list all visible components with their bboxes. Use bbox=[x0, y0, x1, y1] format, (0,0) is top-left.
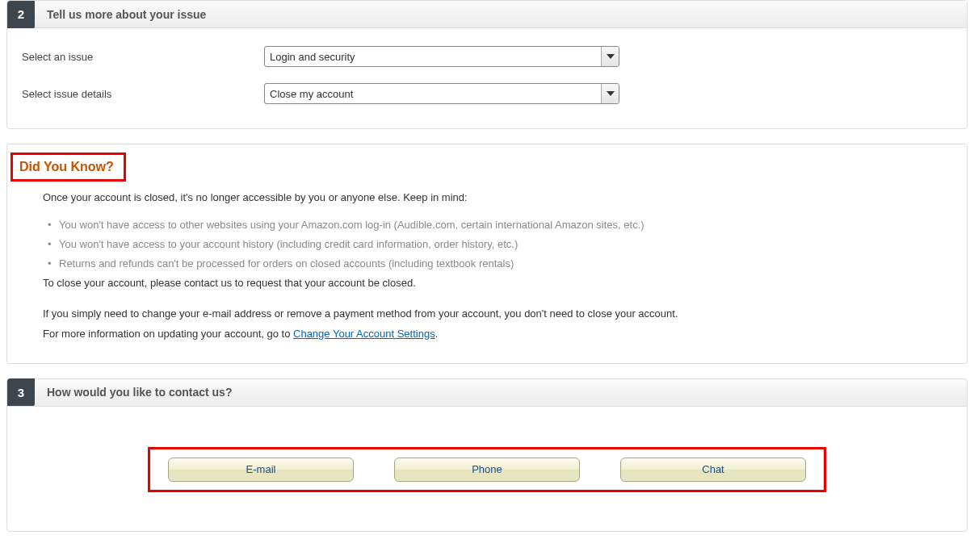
did-you-know-body: Once your account is closed, it's no lon… bbox=[7, 182, 967, 342]
step-3-panel: 3 How would you like to contact us? E-ma… bbox=[6, 378, 968, 532]
dyk-para2: If you simply need to change your e-mail… bbox=[43, 306, 931, 322]
change-account-settings-link[interactable]: Change Your Account Settings bbox=[293, 328, 435, 340]
phone-button[interactable]: Phone bbox=[394, 458, 580, 482]
step-2-header: 2 Tell us more about your issue bbox=[7, 1, 967, 28]
did-you-know-heading: Did You Know? bbox=[19, 160, 114, 173]
did-you-know-panel: Did You Know? Once your account is close… bbox=[6, 144, 968, 364]
step-2-body: Select an issue Login and security Selec… bbox=[7, 28, 967, 128]
email-button[interactable]: E-mail bbox=[168, 458, 354, 482]
issue-select-wrap: Login and security bbox=[264, 46, 619, 67]
did-you-know-highlight: Did You Know? bbox=[10, 153, 126, 182]
details-row: Select issue details Close my account bbox=[22, 83, 952, 104]
issue-select[interactable]: Login and security bbox=[264, 46, 619, 67]
dyk-bullet: Returns and refunds can't be processed f… bbox=[43, 254, 931, 274]
step-2-number: 2 bbox=[7, 1, 35, 28]
chat-button[interactable]: Chat bbox=[620, 458, 806, 482]
dyk-close-line: To close your account, please contact us… bbox=[43, 275, 931, 291]
step-2-title: Tell us more about your issue bbox=[47, 8, 206, 21]
step-2-panel: 2 Tell us more about your issue Select a… bbox=[6, 0, 968, 129]
dyk-bullet: You won't have access to your account hi… bbox=[43, 235, 931, 254]
dyk-bullet-list: You won't have access to other websites … bbox=[43, 215, 931, 274]
details-label: Select issue details bbox=[22, 88, 264, 100]
issue-row: Select an issue Login and security bbox=[22, 46, 952, 67]
dyk-para3: For more information on updating your ac… bbox=[43, 326, 931, 342]
contact-options-highlight: E-mail Phone Chat bbox=[148, 447, 826, 492]
step-3-body: E-mail Phone Chat bbox=[7, 407, 967, 531]
step-3-header: 3 How would you like to contact us? bbox=[7, 379, 967, 407]
step-3-number: 3 bbox=[7, 378, 35, 406]
details-select-wrap: Close my account bbox=[264, 83, 619, 104]
details-select[interactable]: Close my account bbox=[264, 83, 619, 104]
step-3-title: How would you like to contact us? bbox=[47, 386, 232, 399]
dyk-para3-suffix: . bbox=[435, 328, 439, 340]
dyk-intro: Once your account is closed, it's no lon… bbox=[43, 190, 931, 206]
issue-label: Select an issue bbox=[22, 51, 264, 63]
dyk-bullet: You won't have access to other websites … bbox=[43, 215, 931, 235]
dyk-para3-prefix: For more information on updating your ac… bbox=[43, 328, 293, 340]
